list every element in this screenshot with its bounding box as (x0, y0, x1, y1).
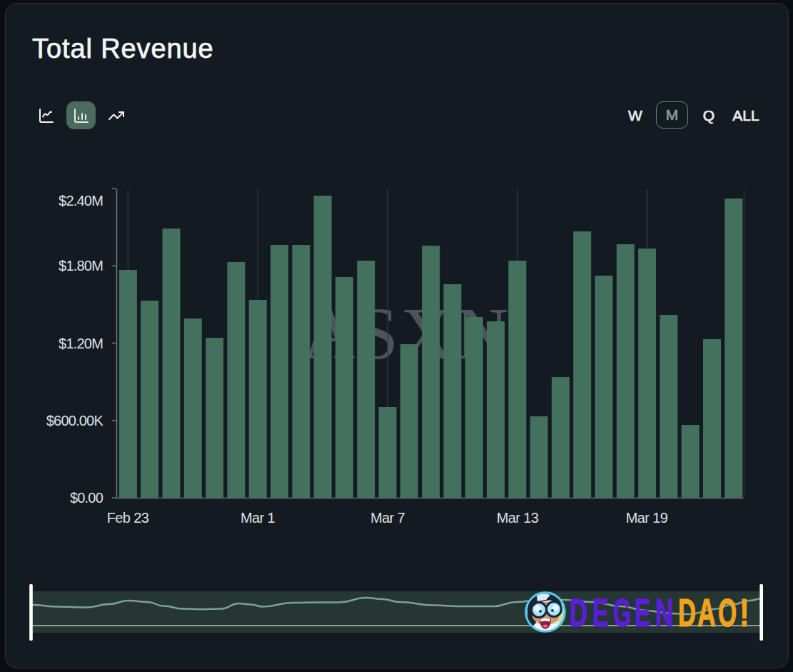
svg-text:E: E (592, 591, 608, 635)
svg-text:G: G (613, 591, 631, 635)
svg-text:A: A (697, 591, 716, 635)
svg-text:!: ! (739, 591, 749, 634)
svg-text:N: N (655, 591, 673, 635)
svg-text:D: D (678, 591, 696, 635)
svg-text:E: E (635, 591, 650, 635)
svg-text:D: D (570, 591, 587, 635)
svg-text:O: O (718, 591, 737, 635)
